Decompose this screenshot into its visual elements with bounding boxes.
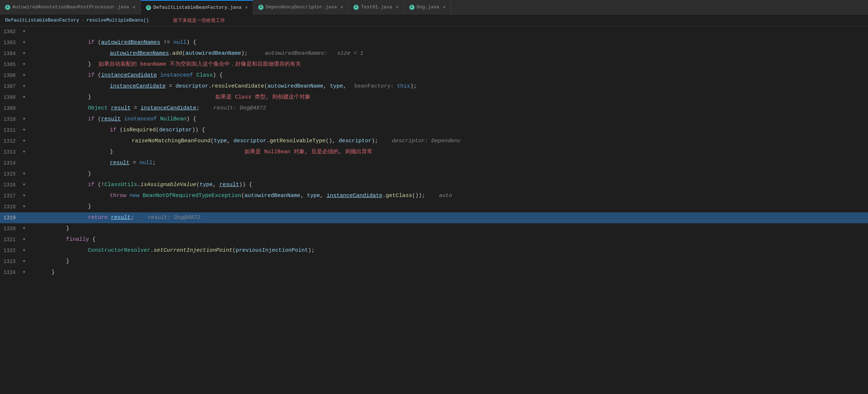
dot-1316: . xyxy=(137,179,140,190)
type-BeanNotOf-1317: BeanNotOfRequiredTypeException xyxy=(143,190,241,201)
semi-1309: ; xyxy=(196,103,200,114)
tab-close-1[interactable]: ✕ xyxy=(133,4,135,10)
var-descriptor-1307: descriptor xyxy=(175,81,208,92)
code-line-1314: 1314 result = null ; xyxy=(0,158,868,169)
kw-instanceof-1306: instanceof xyxy=(160,70,193,81)
gutter-1311: ▼ xyxy=(20,125,28,136)
tab-icon-3: C xyxy=(258,5,263,10)
tab-dependency[interactable]: C DependencyDescriptor.java ✕ xyxy=(253,0,348,15)
code-line-1306: 1306 ▼ if ( instanceCandidate instanceof… xyxy=(0,70,868,81)
gutter-arrow-1308: ▼ xyxy=(23,92,25,103)
kw-if-1306: if xyxy=(88,70,98,81)
tab-dog[interactable]: C Dog.java ✕ xyxy=(404,0,451,15)
brace-1305: } xyxy=(88,59,91,70)
line-content-1320: } xyxy=(28,223,868,234)
close-1310: ) { xyxy=(186,114,196,125)
punct3-1303: ) { xyxy=(186,37,196,48)
gutter-1312: ▼ xyxy=(20,136,28,147)
hint-1319: result: Dog@4872 xyxy=(141,212,200,223)
code-line-1313: 1313 ▼ } 如果是 NullBean 对象, 且是必须的, 则抛出异常 xyxy=(0,147,868,158)
tab-close-3[interactable]: ✕ xyxy=(340,4,343,10)
method-setCurrentInjection-1322: setCurrentInjectionPoint xyxy=(154,245,232,256)
gutter-1323: ▼ xyxy=(20,256,28,267)
space-1307b xyxy=(394,81,397,92)
var-1304: autowiredBeanNames xyxy=(110,48,169,59)
var-descriptor2-1312: descriptor xyxy=(339,136,371,147)
code-line-1317: 1317 ▼ throw new BeanNotOfRequiredTypeEx… xyxy=(0,190,868,201)
line-num-1306: 1306 xyxy=(0,70,20,81)
code-line-1305: 1305 ▼ } 如果自动装配的 beanName 不为空则加入这个集合中，好像… xyxy=(0,59,868,70)
var-type-1316: type xyxy=(200,179,213,190)
line-num-1308: 1308 xyxy=(0,92,20,103)
punct3-1304: ); xyxy=(241,48,248,59)
breadcrumb-part1: DefaultListableBeanFactory xyxy=(5,18,79,23)
var-result-1310: result xyxy=(101,114,121,125)
brace-1308: } xyxy=(88,92,91,103)
tab-close-5[interactable]: ✕ xyxy=(443,4,445,10)
line-num-1309: 1309 xyxy=(0,103,20,114)
gutter-arrow-1317: ▼ xyxy=(23,190,25,201)
eq-1307: = xyxy=(166,81,175,92)
code-line-1323: 1323 ▼ } xyxy=(0,256,868,267)
line-content-1323: } xyxy=(28,256,868,267)
kw-if-1311: if xyxy=(110,125,120,136)
line-num-1324: 1324 xyxy=(0,267,20,278)
tab-icon-4: C xyxy=(354,5,359,10)
brace-1324: } xyxy=(51,267,55,278)
space2-1310 xyxy=(157,114,160,125)
tab-close-2[interactable]: ✕ xyxy=(245,5,248,10)
close-1311: )) { xyxy=(192,125,205,136)
gutter-arrow-1322: ▼ xyxy=(23,245,25,256)
var2-1304: autowiredBeanName xyxy=(185,48,241,59)
line-content-1317: throw new BeanNotOfRequiredTypeException… xyxy=(28,190,868,201)
gutter-1320: ▼ xyxy=(20,223,28,234)
code-line-1315: 1315 ▼ } xyxy=(0,169,868,179)
tab-autowired[interactable]: C AutowiredAnnotationBeanPostProcessor.j… xyxy=(0,0,141,15)
code-line-1324: 1324 ▼ } xyxy=(0,267,868,278)
line-content-1311: if ( isRequired ( descriptor )) { xyxy=(28,125,868,136)
gutter-arrow-1324: ▼ xyxy=(23,267,25,278)
paren-1310: ( xyxy=(98,114,101,125)
line-num-1302: 1302 xyxy=(0,26,20,37)
punct2-1304: ( xyxy=(182,48,185,59)
comma-1317: , xyxy=(300,190,307,201)
tab-label-4: Test01.java xyxy=(361,4,392,10)
eq-1309: = xyxy=(131,103,140,114)
tab-label-1: AutowiredAnnotationBeanPostProcessor.jav… xyxy=(12,4,129,10)
var-result-1316: result xyxy=(219,179,239,190)
gutter-arrow-1306: ▼ xyxy=(23,70,25,81)
close-1317: ()); xyxy=(412,190,425,201)
kw-new-1317: new xyxy=(130,190,143,201)
gutter-arrow-1302: ▼ xyxy=(23,26,25,37)
line-num-1323: 1323 xyxy=(0,256,20,267)
var-instanceCandidate-1309: instanceCandidate xyxy=(140,103,196,114)
tab-close-4[interactable]: ✕ xyxy=(396,4,398,10)
space-1309 xyxy=(108,103,111,114)
code-line-1309: 1309 Object result = instanceCandidate ;… xyxy=(0,103,868,114)
paren-1311: ( xyxy=(120,125,123,136)
type-Object-1309: Object xyxy=(88,103,108,114)
line-num-1313: 1313 xyxy=(0,147,20,158)
punct-1306: ( xyxy=(98,70,101,81)
var-previousInjection-1322: previousInjectionPoint xyxy=(236,245,308,256)
code-line-1322: 1322 ▼ ConstructorResolver . setCurrentI… xyxy=(0,245,868,256)
type-ConstructorResolver-1322: ConstructorResolver xyxy=(88,245,150,256)
line-content-1314: result = null ; xyxy=(28,158,868,169)
var-type-1307: type xyxy=(330,81,343,92)
dot-1312: . xyxy=(266,136,270,147)
dot-1307: . xyxy=(208,81,212,92)
space-1310 xyxy=(121,114,124,125)
line-content-1308: } 如果是 Class 类型, 则创建这个对象 xyxy=(28,92,868,103)
line-content-1304: autowiredBeanNames . add ( autowiredBean… xyxy=(28,48,868,59)
punct2-1303: != xyxy=(160,37,173,48)
gutter-arrow-1320: ▼ xyxy=(23,223,25,234)
gutter-arrow-1313: ▼ xyxy=(23,147,25,158)
tab-defaultlistable[interactable]: C DefaultListableBeanFactory.java ✕ xyxy=(141,0,253,15)
tab-test01[interactable]: C Test01.java ✕ xyxy=(348,0,404,15)
line-num-1320: 1320 xyxy=(0,223,20,234)
var-descriptor-1312: descriptor xyxy=(234,136,266,147)
gutter-1307: ▼ xyxy=(20,81,28,92)
brace-1320: } xyxy=(66,223,69,234)
type-ClassUtils-1316: ClassUtils xyxy=(104,179,137,190)
gutter-arrow-1315: ▼ xyxy=(23,169,25,179)
